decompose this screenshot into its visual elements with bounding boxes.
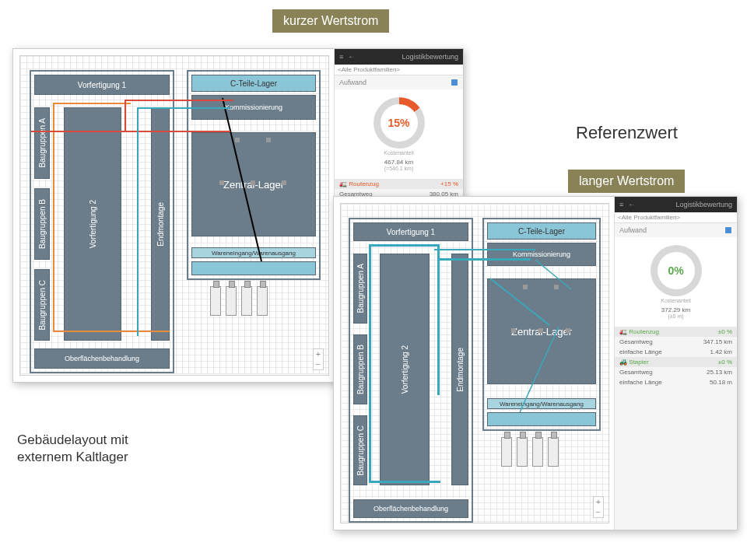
toggle-icon[interactable]	[724, 226, 732, 234]
area-vorfertigung1[interactable]: Vorfertigung 1	[353, 222, 468, 241]
back-icon[interactable]: ←	[348, 53, 355, 61]
row-einfach2: einfache Länge50.18 m	[615, 377, 737, 387]
section-label: Aufwand	[339, 79, 366, 86]
donut-chart-2: 0% Kostenanteil 372.29 km (±0 m)	[615, 237, 737, 327]
area-vorfertigung2[interactable]: Vorfertigung 2	[64, 107, 121, 341]
area-kommissionierung[interactable]: Kommissionierung	[487, 243, 596, 266]
area-baugruppen-c[interactable]: Baugruppen C	[353, 415, 367, 485]
building-left: Vorfertigung 1 Baugruppen A Baugruppen B…	[30, 70, 174, 373]
floorplan-1[interactable]: Vorfertigung 1 Baugruppen A Baugruppen B…	[19, 55, 329, 376]
area-baugruppen-a[interactable]: Baugruppen A	[34, 107, 50, 179]
zoom-controls[interactable]: +−	[593, 496, 604, 518]
reference-label: Referenzwert	[576, 123, 678, 143]
area-baugruppen-b[interactable]: Baugruppen B	[34, 188, 50, 260]
section-label: Aufwand	[619, 226, 647, 234]
area-oberflaeche[interactable]: Oberflächenbehandlung	[34, 348, 170, 369]
row-route: 🚛 Routenzug+15 %	[335, 179, 463, 189]
floorplan-2[interactable]: Vorfertigung 1 Baugruppen A Baugruppen B…	[340, 203, 609, 523]
row-stapler: 🚜 Stapler±0 %	[615, 357, 737, 367]
menu-icon[interactable]: ≡	[619, 201, 623, 208]
area-vorfertigung2[interactable]: Vorfertigung 2	[380, 254, 430, 485]
area-oberflaeche[interactable]: Oberflächenbehandlung	[353, 499, 468, 518]
row-gesamt2: Gesamtweg25.13 km	[615, 367, 737, 377]
panel-filter[interactable]: <Alle Produktfamilien>	[615, 212, 737, 223]
donut-chart-1: 15% Kostenanteil 467.84 km (=546.1 km)	[335, 89, 463, 179]
row-route: 🚛 Routenzug±0 %	[615, 327, 737, 337]
toggle-icon[interactable]	[451, 79, 458, 86]
row-gesamt1: Gesamtweg347.15 km	[615, 337, 737, 347]
area-dock-zone	[191, 261, 316, 275]
back-icon[interactable]: ←	[628, 201, 635, 208]
docks-2	[501, 437, 559, 467]
zoom-controls[interactable]: +−	[313, 348, 324, 370]
building-left-2: Vorfertigung 1 Baugruppen A Baugruppen B…	[349, 218, 473, 523]
area-baugruppen-a[interactable]: Baugruppen A	[353, 254, 367, 324]
area-baugruppen-c[interactable]: Baugruppen C	[34, 269, 50, 341]
area-cteile[interactable]: C-Teile-Lager	[487, 222, 596, 240]
area-wareneingang[interactable]: Wareneingang/Warenausgang	[487, 398, 596, 409]
area-endmontage[interactable]: Endmontage	[151, 107, 170, 341]
area-dock-zone	[487, 412, 596, 426]
panel-header: ≡←Logistikbewertung	[335, 49, 463, 65]
tag-long-valuestream: langer Wertstrom	[568, 170, 685, 193]
eval-panel-2: ≡←Logistikbewertung <Alle Produktfamilie…	[614, 197, 737, 530]
screenshot-long: Vorfertigung 1 Baugruppen A Baugruppen B…	[333, 196, 738, 530]
docks	[210, 286, 268, 316]
row-einfach1: einfache Länge1.42 km	[615, 347, 737, 357]
area-endmontage[interactable]: Endmontage	[451, 254, 468, 485]
caption: Gebäudelayout mitexternem Kaltlager	[17, 432, 128, 466]
panel-filter[interactable]: <Alle Produktfamilien>	[335, 65, 463, 75]
tag-short-valuestream: kurzer Wertstrom	[272, 9, 389, 33]
area-cteile[interactable]: C-Teile-Lager	[191, 75, 316, 92]
menu-icon[interactable]: ≡	[339, 53, 343, 61]
panel-header: ≡←Logistikbewertung	[615, 197, 737, 212]
area-vorfertigung1[interactable]: Vorfertigung 1	[34, 75, 170, 95]
area-wareneingang[interactable]: Wareneingang/Warenausgang	[191, 247, 316, 258]
building-right: C-Teile-Lager Kommissionierung Zentral-L…	[187, 70, 321, 280]
area-baugruppen-b[interactable]: Baugruppen B	[353, 334, 367, 404]
